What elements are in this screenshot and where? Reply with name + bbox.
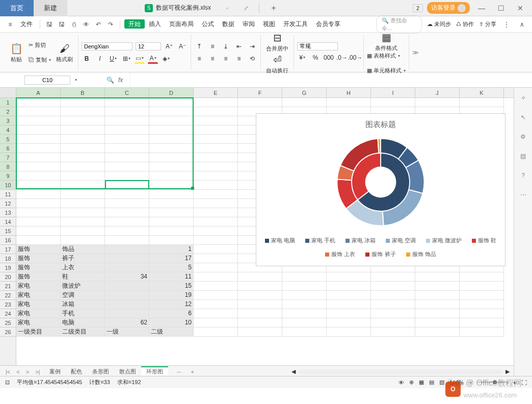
cell[interactable] — [149, 144, 194, 153]
cell[interactable] — [194, 254, 238, 263]
cell[interactable]: 空调 — [61, 291, 105, 300]
cell[interactable] — [327, 291, 371, 300]
sheet-prev-icon[interactable]: < — [15, 369, 21, 375]
cell[interactable] — [149, 181, 194, 190]
indent-right-icon[interactable]: ⇥ — [247, 41, 257, 52]
counter-badge[interactable]: 2 — [413, 4, 423, 12]
cell[interactable] — [238, 272, 282, 282]
increase-font-icon[interactable]: A⁺ — [164, 41, 174, 52]
close-tab-icon[interactable]: ⤢ — [244, 5, 249, 12]
cell[interactable] — [282, 318, 327, 327]
col-header-A[interactable]: A — [16, 88, 61, 97]
cell[interactable] — [194, 318, 238, 327]
undo-icon[interactable]: ↶ — [93, 19, 103, 30]
cell[interactable] — [16, 190, 61, 199]
cell[interactable]: 服饰 — [16, 263, 61, 272]
unsync-button[interactable]: ☁ 未同步 — [427, 20, 451, 28]
cell[interactable] — [105, 199, 149, 208]
col-header-J[interactable]: J — [415, 88, 460, 97]
cell[interactable]: 34 — [105, 272, 149, 282]
cell[interactable]: 1 — [149, 245, 194, 254]
cell[interactable] — [194, 309, 238, 318]
cell[interactable] — [238, 300, 282, 309]
cell[interactable] — [194, 153, 238, 162]
cell[interactable] — [460, 291, 504, 300]
sheet-tab-2[interactable]: 条形图 — [87, 367, 114, 375]
cell[interactable]: 手机 — [61, 309, 105, 318]
menu-tab-1[interactable]: 插入 — [145, 20, 165, 28]
cell[interactable]: 15 — [149, 282, 194, 291]
redo-icon[interactable]: ↷ — [105, 19, 116, 30]
zoom-slider[interactable] — [477, 382, 508, 383]
cell[interactable] — [149, 153, 194, 162]
cell[interactable] — [327, 309, 371, 318]
font-color-button[interactable]: A▾ — [148, 54, 158, 64]
name-box-arrow[interactable]: ▾ — [75, 78, 77, 82]
ai-icon[interactable]: ✧ — [518, 93, 528, 103]
row-header-9[interactable]: 9 — [0, 171, 16, 181]
menu-tab-6[interactable]: 视图 — [259, 20, 279, 28]
tab-file[interactable]: S 数据可视化案例.xlsx ▫ ⤢ — [139, 0, 255, 16]
zoom-out-icon[interactable]: − — [469, 380, 472, 386]
cell[interactable] — [327, 272, 371, 282]
cell[interactable] — [327, 318, 371, 327]
cell[interactable] — [194, 217, 238, 226]
cell[interactable] — [194, 263, 238, 272]
font-name-select[interactable] — [82, 42, 132, 50]
cell[interactable] — [327, 327, 371, 337]
cell[interactable] — [105, 144, 149, 153]
cell[interactable] — [194, 190, 238, 199]
cell[interactable] — [194, 272, 238, 282]
table-style-button[interactable]: ▦ 表格样式▾ — [367, 52, 406, 60]
legend-item[interactable]: 家电 冰箱 — [345, 237, 376, 244]
save-icon[interactable]: 🖫 — [44, 19, 55, 30]
cell[interactable]: 12 — [149, 300, 194, 309]
cell[interactable] — [61, 208, 105, 217]
cell[interactable] — [238, 98, 282, 107]
menu-tab-0[interactable]: 开始 — [124, 19, 145, 29]
guest-login-button[interactable]: 访客登录 — [427, 2, 470, 14]
col-header-F[interactable]: F — [238, 88, 282, 97]
row-header-7[interactable]: 7 — [0, 153, 16, 162]
cell[interactable] — [16, 171, 61, 181]
row-header-25[interactable]: 25 — [0, 318, 16, 327]
cell[interactable] — [194, 135, 238, 144]
cell[interactable] — [194, 282, 238, 291]
underline-button[interactable]: U▾ — [108, 54, 118, 64]
zoom-in-icon[interactable]: + — [513, 380, 516, 386]
cell[interactable] — [149, 116, 194, 125]
cell[interactable] — [194, 226, 238, 236]
cell[interactable] — [282, 327, 327, 337]
cell[interactable] — [194, 125, 238, 135]
legend-item[interactable]: 服饰 鞋 — [472, 237, 496, 244]
align-justify-icon[interactable]: ≡ — [234, 54, 244, 64]
cell[interactable] — [149, 98, 194, 107]
cell[interactable] — [105, 309, 149, 318]
cell[interactable] — [238, 291, 282, 300]
cell[interactable]: 17 — [149, 254, 194, 263]
menu-tab-2[interactable]: 页面布局 — [165, 20, 198, 28]
cell[interactable] — [105, 190, 149, 199]
share-button[interactable]: ⇪ 分享 — [479, 20, 496, 28]
row-header-21[interactable]: 21 — [0, 282, 16, 291]
row-header-5[interactable]: 5 — [0, 135, 16, 144]
cell[interactable]: 家电 — [16, 282, 61, 291]
cell[interactable] — [105, 226, 149, 236]
sheet-tab-3[interactable]: 散点图 — [114, 367, 141, 375]
cell[interactable]: 二级 — [149, 327, 194, 337]
cell[interactable] — [415, 327, 460, 337]
decrease-font-icon[interactable]: A⁻ — [177, 41, 188, 52]
mode-icon[interactable]: ⊡ — [5, 379, 10, 386]
cell[interactable] — [238, 282, 282, 291]
hscrollbar[interactable] — [299, 369, 502, 374]
cell[interactable] — [105, 153, 149, 162]
cell[interactable] — [460, 282, 504, 291]
cell[interactable] — [282, 98, 327, 107]
legend-item[interactable]: 家电 手机 — [305, 237, 335, 244]
cell[interactable] — [149, 171, 194, 181]
cell[interactable] — [415, 98, 460, 107]
cell[interactable]: 电脑 — [61, 318, 105, 327]
cell[interactable] — [194, 181, 238, 190]
cell[interactable]: 6 — [149, 309, 194, 318]
cell[interactable] — [61, 125, 105, 135]
